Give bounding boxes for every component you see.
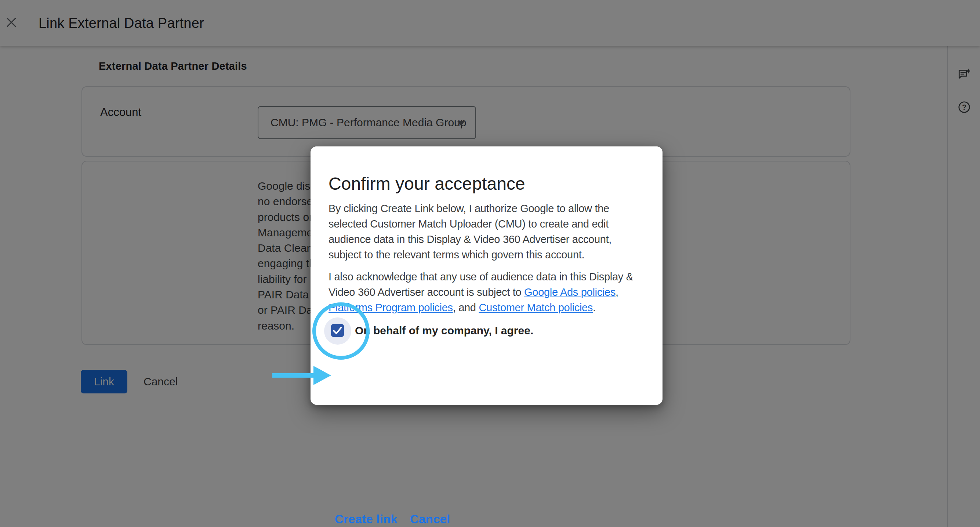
policies-text: , and [453,302,479,314]
create-link-button[interactable]: Create link [335,512,398,526]
google-ads-policies-link[interactable]: Google Ads policies [524,286,616,298]
agree-checkbox-label[interactable]: On behalf of my company, I agree. [355,320,533,342]
policies-text: . [593,302,596,314]
policies-text: Video 360 Advertiser account is subject … [328,286,524,298]
checkmark-icon [331,324,344,337]
dialog-paragraph-policies: I also acknowledge that any use of audie… [328,269,660,315]
policies-text: , [616,286,619,298]
confirm-acceptance-dialog: Confirm your acceptance By clicking Crea… [310,146,662,405]
dialog-title: Confirm your acceptance [328,174,525,194]
agree-checkbox[interactable] [331,324,344,337]
platforms-program-policies-link[interactable]: Platforms Program policies [328,302,453,314]
policies-text: I also acknowledge that any use of audie… [328,271,633,283]
dialog-actions: Create link Cancel [335,512,450,526]
dialog-paragraph-authorize: By clicking Create Link below, I authori… [328,201,660,263]
customer-match-policies-link[interactable]: Customer Match policies [479,302,593,314]
dialog-cancel-button[interactable]: Cancel [410,512,450,526]
screen: Link External Data Partner External Data… [0,0,980,527]
